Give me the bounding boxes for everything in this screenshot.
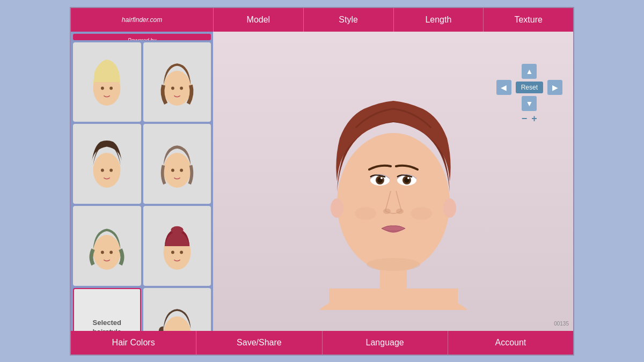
tab-length[interactable]: Length bbox=[393, 8, 484, 32]
svg-point-13 bbox=[101, 250, 104, 254]
svg-point-4 bbox=[171, 87, 174, 90]
tab-save-share[interactable]: Save/Share bbox=[196, 331, 322, 354]
selected-hairstyle-label: Selected hairstyle bbox=[91, 319, 123, 330]
svg-point-12 bbox=[93, 235, 121, 270]
svg-point-2 bbox=[109, 87, 113, 90]
brand-text: hairfinder.com bbox=[122, 16, 163, 24]
hairstyle-item-2[interactable] bbox=[143, 42, 211, 122]
powered-by-text: Powered by bbox=[76, 37, 208, 40]
preview-area: ▲ ◀ Reset ▶ ▼ − + bbox=[213, 32, 573, 331]
svg-point-17 bbox=[171, 250, 174, 254]
tab-style[interactable]: Style bbox=[303, 8, 393, 32]
face-thumb-3 bbox=[74, 125, 140, 203]
svg-point-18 bbox=[180, 250, 183, 254]
tab-language[interactable]: Language bbox=[323, 331, 448, 354]
svg-point-14 bbox=[109, 250, 113, 254]
top-nav: hairfinder.com Model Style Length Textur… bbox=[71, 8, 573, 32]
svg-point-16 bbox=[171, 226, 183, 233]
hairstyle-item-3[interactable] bbox=[73, 124, 141, 204]
svg-point-38 bbox=[367, 258, 420, 271]
svg-point-8 bbox=[109, 168, 113, 172]
hairstyle-item-5[interactable] bbox=[73, 206, 141, 286]
tab-model[interactable]: Model bbox=[213, 8, 303, 32]
nav-controls: ▲ ◀ Reset ▶ ▼ − + bbox=[496, 64, 562, 124]
svg-point-9 bbox=[163, 153, 191, 188]
app-container: hairfinder.com Model Style Length Textur… bbox=[70, 7, 574, 356]
svg-point-7 bbox=[101, 168, 104, 172]
hairstyle-grid: Selected hairstyle bbox=[73, 42, 211, 331]
svg-point-11 bbox=[180, 168, 183, 172]
nav-up-row: ▲ bbox=[522, 64, 537, 79]
svg-point-46 bbox=[407, 177, 409, 179]
face-thumb-1 bbox=[74, 43, 140, 121]
face-thumb-2 bbox=[144, 43, 210, 121]
tab-texture[interactable]: Texture bbox=[483, 8, 573, 32]
svg-point-45 bbox=[380, 177, 383, 179]
hairstyle-item-1[interactable] bbox=[73, 42, 141, 122]
hairstyle-item-selected[interactable]: Selected hairstyle bbox=[73, 288, 141, 331]
nav-down-row: ▼ bbox=[522, 96, 537, 111]
svg-point-1 bbox=[101, 87, 104, 90]
nav-middle-row: ◀ Reset ▶ bbox=[496, 80, 562, 95]
zoom-row: − + bbox=[522, 113, 537, 124]
face-thumb-4 bbox=[144, 125, 210, 203]
reset-button[interactable]: Reset bbox=[516, 82, 543, 93]
hairstyle-item-8[interactable] bbox=[143, 288, 211, 331]
svg-point-47 bbox=[383, 209, 391, 214]
svg-point-48 bbox=[396, 209, 404, 214]
nav-right-button[interactable]: ▶ bbox=[547, 80, 562, 95]
zoom-out-button[interactable]: − bbox=[522, 113, 528, 124]
hairstyle-item-4[interactable] bbox=[143, 124, 211, 204]
svg-point-5 bbox=[180, 87, 183, 90]
nav-left-button[interactable]: ◀ bbox=[496, 80, 511, 95]
svg-point-50 bbox=[411, 207, 432, 220]
zoom-in-button[interactable]: + bbox=[531, 113, 537, 124]
top-nav-tabs: Model Style Length Texture bbox=[213, 8, 573, 32]
face-thumb-8 bbox=[144, 289, 210, 331]
tab-account[interactable]: Account bbox=[448, 331, 573, 354]
face-thumb-5 bbox=[74, 207, 140, 285]
watermark: 00135 bbox=[554, 321, 569, 327]
svg-point-49 bbox=[355, 207, 376, 220]
top-nav-spacer: hairfinder.com bbox=[71, 8, 213, 32]
nav-up-button[interactable]: ▲ bbox=[522, 64, 537, 79]
svg-point-52 bbox=[443, 198, 456, 218]
svg-point-51 bbox=[331, 198, 343, 218]
svg-point-37 bbox=[337, 133, 450, 272]
svg-point-6 bbox=[93, 153, 121, 188]
bottom-nav: Hair Colors Save/Share Language Account bbox=[71, 331, 573, 354]
left-sidebar: Powered by hairfinder.com bbox=[71, 32, 213, 331]
sidebar-logo: Powered by hairfinder.com bbox=[73, 34, 211, 40]
svg-point-19 bbox=[163, 316, 191, 330]
svg-point-10 bbox=[171, 168, 174, 172]
main-area: Powered by hairfinder.com bbox=[71, 32, 573, 331]
nav-down-button[interactable]: ▼ bbox=[522, 96, 537, 111]
tab-hair-colors[interactable]: Hair Colors bbox=[71, 331, 196, 354]
face-thumb-6 bbox=[144, 207, 210, 285]
main-face-preview bbox=[302, 53, 485, 321]
svg-point-3 bbox=[163, 71, 191, 106]
hairstyle-item-6[interactable] bbox=[143, 206, 211, 286]
